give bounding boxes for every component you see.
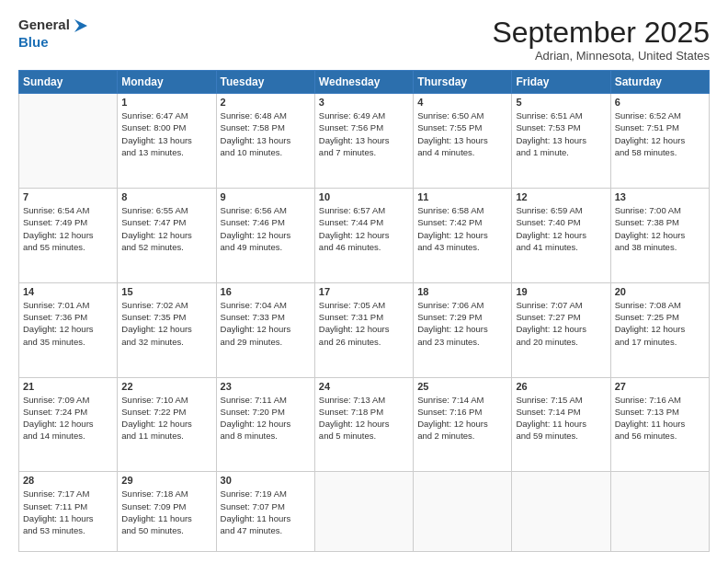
table-row: 6Sunrise: 6:52 AMSunset: 7:51 PMDaylight… (610, 94, 709, 189)
logo-arrow-icon (71, 17, 87, 34)
table-row: 18Sunrise: 7:06 AMSunset: 7:29 PMDayligh… (414, 282, 512, 377)
table-row (512, 472, 610, 552)
table-row: 1Sunrise: 6:47 AMSunset: 8:00 PMDaylight… (118, 94, 216, 189)
table-row: 13Sunrise: 7:00 AMSunset: 7:38 PMDayligh… (610, 188, 709, 282)
table-row (610, 472, 709, 552)
table-row: 30Sunrise: 7:19 AMSunset: 7:07 PMDayligh… (216, 472, 314, 552)
table-row: 9Sunrise: 6:56 AMSunset: 7:46 PMDaylight… (216, 188, 314, 282)
col-friday: Friday (512, 71, 610, 94)
table-row: 14Sunrise: 7:01 AMSunset: 7:36 PMDayligh… (19, 282, 118, 377)
table-row: 28Sunrise: 7:17 AMSunset: 7:11 PMDayligh… (19, 472, 118, 552)
table-row: 22Sunrise: 7:10 AMSunset: 7:22 PMDayligh… (118, 377, 216, 472)
col-thursday: Thursday (414, 71, 512, 94)
col-monday: Monday (118, 71, 216, 94)
table-row: 24Sunrise: 7:13 AMSunset: 7:18 PMDayligh… (314, 377, 413, 472)
location-subtitle: Adrian, Minnesota, United States (492, 49, 710, 63)
table-row: 25Sunrise: 7:14 AMSunset: 7:16 PMDayligh… (414, 377, 512, 472)
table-row: 19Sunrise: 7:07 AMSunset: 7:27 PMDayligh… (512, 282, 610, 377)
col-tuesday: Tuesday (216, 71, 314, 94)
header: General Blue September 2025 Adrian, Minn… (18, 17, 710, 63)
table-row (314, 472, 413, 552)
title-block: September 2025 Adrian, Minnesota, United… (492, 17, 710, 63)
col-sunday: Sunday (19, 71, 118, 94)
calendar-header-row: Sunday Monday Tuesday Wednesday Thursday… (19, 71, 710, 94)
col-wednesday: Wednesday (314, 71, 413, 94)
table-row: 11Sunrise: 6:58 AMSunset: 7:42 PMDayligh… (414, 188, 512, 282)
month-title: September 2025 (492, 17, 710, 49)
logo: General Blue (18, 17, 87, 51)
table-row (414, 472, 512, 552)
table-row: 3Sunrise: 6:49 AMSunset: 7:56 PMDaylight… (314, 94, 413, 189)
table-row: 7Sunrise: 6:54 AMSunset: 7:49 PMDaylight… (19, 188, 118, 282)
table-row: 2Sunrise: 6:48 AMSunset: 7:58 PMDaylight… (216, 94, 314, 189)
table-row: 16Sunrise: 7:04 AMSunset: 7:33 PMDayligh… (216, 282, 314, 377)
table-row: 17Sunrise: 7:05 AMSunset: 7:31 PMDayligh… (314, 282, 413, 377)
logo-text: General Blue (18, 17, 87, 51)
table-row: 21Sunrise: 7:09 AMSunset: 7:24 PMDayligh… (19, 377, 118, 472)
svg-marker-0 (74, 19, 87, 32)
table-row: 8Sunrise: 6:55 AMSunset: 7:47 PMDaylight… (118, 188, 216, 282)
table-row: 23Sunrise: 7:11 AMSunset: 7:20 PMDayligh… (216, 377, 314, 472)
table-row (19, 94, 118, 189)
page: General Blue September 2025 Adrian, Minn… (0, 0, 728, 563)
table-row: 15Sunrise: 7:02 AMSunset: 7:35 PMDayligh… (118, 282, 216, 377)
table-row: 20Sunrise: 7:08 AMSunset: 7:25 PMDayligh… (610, 282, 709, 377)
table-row: 27Sunrise: 7:16 AMSunset: 7:13 PMDayligh… (610, 377, 709, 472)
table-row: 26Sunrise: 7:15 AMSunset: 7:14 PMDayligh… (512, 377, 610, 472)
calendar-table: Sunday Monday Tuesday Wednesday Thursday… (18, 70, 710, 552)
table-row: 4Sunrise: 6:50 AMSunset: 7:55 PMDaylight… (414, 94, 512, 189)
col-saturday: Saturday (610, 71, 709, 94)
table-row: 29Sunrise: 7:18 AMSunset: 7:09 PMDayligh… (118, 472, 216, 552)
table-row: 12Sunrise: 6:59 AMSunset: 7:40 PMDayligh… (512, 188, 610, 282)
table-row: 10Sunrise: 6:57 AMSunset: 7:44 PMDayligh… (314, 188, 413, 282)
table-row: 5Sunrise: 6:51 AMSunset: 7:53 PMDaylight… (512, 94, 610, 189)
